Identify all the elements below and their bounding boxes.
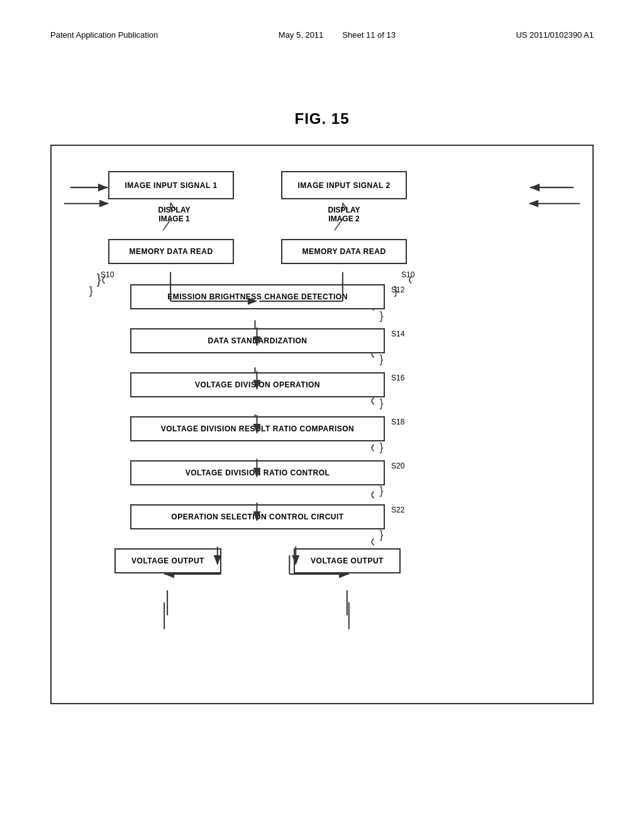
svg-text:}: } <box>89 284 93 297</box>
box-volt-out1: VOLTAGE OUTPUT <box>114 548 221 573</box>
header-patent: US 2011/0102390 A1 <box>516 30 594 40</box>
figure-title: FIG. 15 <box>0 110 644 128</box>
box-volt-out2: VOLTAGE OUTPUT <box>294 548 401 573</box>
display-image-1: DISPLAY IMAGE 1 <box>143 206 206 223</box>
flowchart-container: } IMAGE INPUT SIGNAL 1 IMAGE INPUT SIGNA… <box>50 145 594 704</box>
box-ratio-compare: VOLTAGE DIVISION RESULT RATIO COMPARISON <box>130 416 385 441</box>
svg-text:}: } <box>380 353 384 365</box>
svg-text:}: } <box>380 484 384 497</box>
display-image-2: DISPLAY IMAGE 2 <box>313 206 375 223</box>
svg-text:}: } <box>380 397 384 409</box>
step-s18: S18 <box>391 418 404 426</box>
page: Patent Application Publication May 5, 20… <box>0 0 644 830</box>
box-ratio-control: VOLTAGE DIVISION RATIO CONTROL <box>130 460 385 485</box>
box-op-select: OPERATION SELECTION CONTROL CIRCUIT <box>130 504 385 529</box>
header-date: May 5, 2011 <box>279 30 324 40</box>
step-s10a: S10 <box>101 270 114 279</box>
box-voltage-div: VOLTAGE DIVISION OPERATION <box>130 372 385 397</box>
box-signal2: IMAGE INPUT SIGNAL 2 <box>281 171 407 199</box>
box-emission: EMISSION BRIGHTNESS CHANGE DETECTION <box>130 284 385 309</box>
step-s12: S12 <box>391 285 404 294</box>
step-s20: S20 <box>391 462 404 470</box>
step-s14: S14 <box>391 329 404 338</box>
svg-text:}: } <box>380 309 384 322</box>
step-s16: S16 <box>391 374 404 382</box>
svg-text:}: } <box>380 441 384 453</box>
box-memory2: MEMORY DATA READ <box>281 239 407 264</box>
box-standardization: DATA STANDARDIZATION <box>130 328 385 353</box>
step-s10b: S10 <box>401 270 414 279</box>
header-publication: Patent Application Publication <box>50 30 158 40</box>
header: Patent Application Publication May 5, 20… <box>0 30 644 40</box>
step-s22: S22 <box>391 506 404 514</box>
box-memory1: MEMORY DATA READ <box>108 239 234 264</box>
header-sheet: Sheet 11 of 13 <box>342 30 396 40</box>
box-signal1: IMAGE INPUT SIGNAL 1 <box>108 171 234 199</box>
svg-text:}: } <box>380 528 384 541</box>
